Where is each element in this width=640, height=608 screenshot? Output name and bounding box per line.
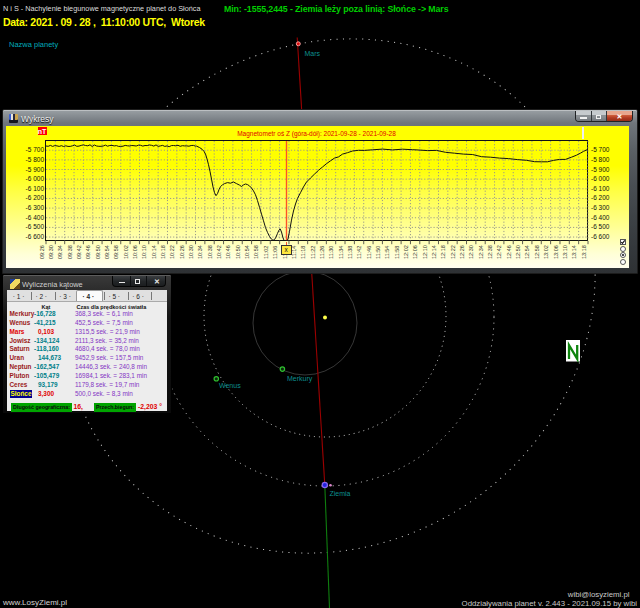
svg-text:Mars: Mars [305,50,321,57]
svg-text:Ziemia: Ziemia [330,490,351,497]
svg-text:Wenus: Wenus [219,382,241,389]
svg-text:Merkury: Merkury [287,375,313,383]
